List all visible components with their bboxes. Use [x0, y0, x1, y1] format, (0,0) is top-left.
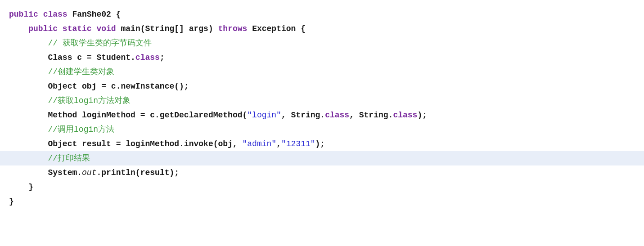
comma-2: , String.: [349, 109, 393, 122]
code-line-12: System.out.println(result);: [0, 165, 644, 180]
method-decl: Method loginMethod = c.getDeclaredMethod…: [48, 109, 247, 122]
indent-4: [9, 51, 48, 64]
system-text: System.: [48, 166, 82, 179]
code-line-4: Class c = Student.class;: [0, 50, 644, 65]
indent-2: [9, 22, 28, 36]
code-line-9: //调用login方法: [0, 122, 644, 137]
comma-3: ,: [276, 138, 281, 151]
code-line-14: }: [0, 194, 644, 209]
keyword-class2: class: [135, 51, 160, 64]
paren-close-2: );: [315, 138, 325, 151]
indent-13: [9, 181, 28, 194]
string-login: "login": [247, 109, 281, 122]
code-line-5: //创建学生类对象: [0, 65, 644, 79]
keyword-public: public: [9, 8, 43, 21]
code-line-7: //获取login方法对象: [0, 94, 644, 108]
indent-5: [9, 66, 48, 79]
code-line-3: // 获取学生类的字节码文件: [0, 36, 644, 50]
method-main: main(String[] args): [121, 22, 218, 36]
class-decl: Class c = Student.: [48, 51, 135, 64]
code-line-13: }: [0, 180, 644, 194]
obj-decl: Object obj = c.newInstance();: [48, 80, 189, 93]
indent-8: [9, 109, 48, 122]
println-text: .println(result);: [96, 166, 179, 179]
code-line-8: Method loginMethod = c.getDeclaredMethod…: [0, 108, 644, 122]
code-line-10: Object result = loginMethod.invoke(obj, …: [0, 137, 644, 151]
keyword-public2: public: [28, 22, 63, 36]
code-editor: public class FanShe02 { public static vo…: [0, 0, 644, 246]
indent-10: [9, 138, 48, 151]
keyword-class: class: [43, 8, 72, 21]
keyword-void: void: [96, 22, 121, 36]
comment-3: //获取login方法对象: [48, 94, 131, 107]
closing-brace-inner: }: [28, 181, 33, 194]
indent-11: [9, 152, 48, 165]
string-admin: "admin": [243, 138, 277, 151]
comment-5: //打印结果: [48, 152, 90, 165]
keyword-static: static: [63, 22, 97, 36]
exception: Exception {: [252, 22, 306, 36]
keyword-class4: class: [393, 109, 417, 122]
keyword-class3: class: [325, 109, 349, 122]
semicolon-1: ;: [160, 51, 165, 64]
result-decl: Object result = loginMethod.invoke(obj,: [48, 138, 242, 151]
indent-9: [9, 123, 48, 136]
closing-brace-outer: }: [9, 195, 14, 208]
string-12311: "12311": [281, 138, 315, 151]
code-line-11: //打印结果: [0, 151, 644, 165]
comma-1: , String.: [281, 109, 325, 122]
indent-12: [9, 166, 48, 179]
indent-7: [9, 94, 48, 107]
out-field: out: [82, 166, 96, 179]
comment-1: // 获取学生类的字节码文件: [48, 37, 151, 50]
keyword-throws: throws: [218, 22, 252, 36]
paren-close-1: );: [417, 109, 427, 122]
code-line-2: public static void main(String[] args) t…: [0, 22, 644, 36]
code-line-1: public class FanShe02 {: [0, 7, 644, 22]
indent-6: [9, 80, 48, 93]
comment-4: //调用login方法: [48, 123, 114, 136]
indent-3: [9, 37, 48, 50]
code-line-6: Object obj = c.newInstance();: [0, 79, 644, 94]
comment-2: //创建学生类对象: [48, 66, 114, 79]
class-name: FanShe02 {: [72, 8, 121, 21]
